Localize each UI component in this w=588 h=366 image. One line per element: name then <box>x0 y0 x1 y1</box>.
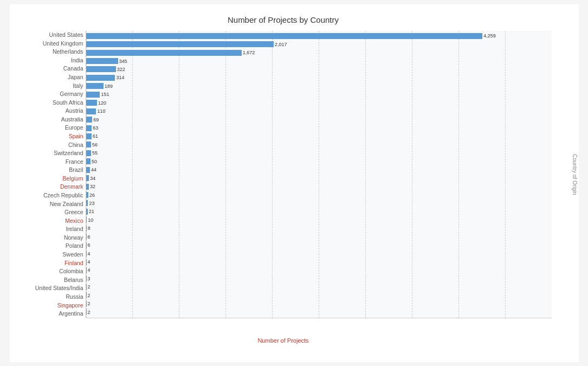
bar-row: 4,259 <box>86 33 552 40</box>
bar <box>86 192 88 198</box>
y-label: Australia <box>15 115 83 124</box>
bar <box>86 150 91 156</box>
bar-row: 314 <box>86 74 552 81</box>
bar-value: 2 <box>88 310 91 315</box>
bar <box>86 108 96 114</box>
y-label: Poland <box>15 242 83 250</box>
y-label: Belarus <box>15 276 83 284</box>
bar-row: 189 <box>86 82 552 89</box>
y-label: Russia <box>15 293 83 301</box>
bar-value: 4 <box>88 251 91 256</box>
bar-value: 120 <box>98 100 106 106</box>
bar-value: 2 <box>88 301 91 306</box>
y-label: South Africa <box>15 98 83 106</box>
bar <box>86 284 87 290</box>
bar <box>86 242 87 248</box>
bar-value: 314 <box>116 75 124 80</box>
bar <box>86 209 88 215</box>
y-label: New Zealand <box>15 200 83 208</box>
bar-value: 4 <box>88 267 91 273</box>
y-label: Norway <box>15 234 83 242</box>
bar <box>86 66 116 72</box>
bar <box>86 125 92 131</box>
bar-value: 61 <box>93 133 98 139</box>
bar <box>86 301 87 307</box>
bar <box>86 75 115 81</box>
y-label: China <box>15 140 83 149</box>
bar-row: 4 <box>86 250 552 257</box>
bar <box>86 259 87 265</box>
chart-container: Number of Projects by Country United Sta… <box>10 4 579 362</box>
bar-value: 4 <box>88 259 91 265</box>
y-label: Czech Republic <box>15 191 83 200</box>
bar <box>86 33 483 39</box>
bar-row: 2,017 <box>86 41 552 48</box>
y-label: United States <box>15 31 83 39</box>
bar-value: 1,672 <box>243 50 255 55</box>
y-label: Belgium <box>15 175 83 183</box>
bar-row: 6 <box>86 242 552 249</box>
bar-value: 189 <box>105 84 113 89</box>
bar <box>86 217 87 223</box>
bar-row: 23 <box>86 200 552 207</box>
y-label: Spain <box>15 132 83 140</box>
bar <box>86 41 274 47</box>
bar-row: 44 <box>86 166 552 174</box>
bar-row: 4 <box>86 267 552 274</box>
bar-value: 21 <box>89 209 94 214</box>
bar-value: 50 <box>92 159 97 164</box>
bar-value: 6 <box>88 234 91 240</box>
bar <box>86 234 87 240</box>
y-label: Canada <box>15 65 83 73</box>
bar-value: 8 <box>88 226 91 231</box>
bar-value: 55 <box>92 150 98 156</box>
y-label: United States/India <box>15 284 83 292</box>
bar-row: 345 <box>86 57 552 65</box>
bar <box>86 175 89 181</box>
plot-area: 4,2592,0171,6723453223141891511201106963… <box>86 31 552 318</box>
y-label: Netherlands <box>15 48 83 56</box>
y-label: Singapore <box>15 301 83 309</box>
bar <box>86 50 242 56</box>
bar-value: 44 <box>91 167 96 172</box>
bar-value: 2 <box>88 293 91 298</box>
y-label: Europe <box>15 124 83 132</box>
bar-row: 8 <box>86 225 552 232</box>
bar <box>86 226 87 232</box>
bar-row: 56 <box>86 141 552 148</box>
bar-row: 26 <box>86 191 552 198</box>
bar-value: 2,017 <box>275 42 287 47</box>
bar-row: 55 <box>86 150 552 157</box>
bar-value: 63 <box>93 125 98 131</box>
bar-row: 2 <box>86 284 552 291</box>
bar <box>86 200 88 206</box>
y-label: Finland <box>15 259 83 267</box>
bar-value: 345 <box>119 59 127 64</box>
bar-row: 6 <box>86 233 552 240</box>
bar-row: 3 <box>86 275 552 282</box>
bar-row: 1,672 <box>86 49 552 56</box>
bar-row: 32 <box>86 183 552 190</box>
bar-row: 63 <box>86 125 552 132</box>
bar-value: 4,259 <box>483 33 496 38</box>
bar-row: 10 <box>86 216 552 223</box>
y-label: United Kingdom <box>15 39 83 47</box>
y-label: Argentina <box>15 310 83 318</box>
bar-row: 34 <box>86 175 552 182</box>
bar-row: 110 <box>86 108 552 115</box>
y-label: Switzerland <box>15 149 83 157</box>
bar-value: 3 <box>88 276 91 281</box>
bar-row: 322 <box>86 66 552 73</box>
bar-value: 34 <box>90 176 95 181</box>
y-label: India <box>15 56 83 65</box>
bar-row: 2 <box>86 300 552 307</box>
bar <box>86 251 87 256</box>
bar <box>86 142 92 147</box>
bar <box>86 167 91 173</box>
bar <box>86 133 92 139</box>
bar-value: 6 <box>88 242 91 248</box>
bar-row: 50 <box>86 158 552 165</box>
bar-row: 61 <box>86 133 552 140</box>
bar-row: 2 <box>86 309 552 316</box>
y-axis-title: Country of Origin <box>572 31 578 318</box>
